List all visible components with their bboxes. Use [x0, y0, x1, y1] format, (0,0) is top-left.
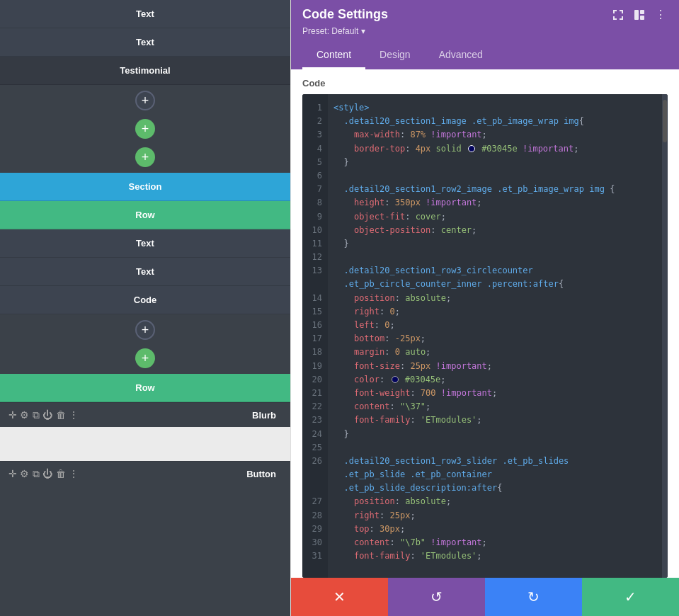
sidebar-item-code[interactable]: Code	[0, 286, 290, 314]
cancel-button[interactable]: ✕	[291, 578, 388, 616]
button-trash-icon[interactable]: 🗑	[56, 468, 66, 479]
sidebar-item-text-2[interactable]: Text	[0, 28, 290, 57]
preset-label: Preset: Default	[302, 26, 358, 36]
add-button-4[interactable]: +	[135, 320, 155, 340]
panel-title-row: Code Settings ⋮	[302, 7, 668, 22]
code-content[interactable]: <style> .detail20_section1_image .et_pb_…	[328, 94, 662, 578]
sidebar-item-label: Text	[136, 8, 154, 19]
button-power-icon[interactable]: ⏻	[42, 468, 52, 479]
scrollbar-track[interactable]	[662, 94, 668, 578]
sidebar-item-text-1[interactable]: Text	[0, 0, 290, 28]
sidebar-item-label: Text	[136, 37, 154, 47]
sidebar: Text Text Testimonial + + + Section Row …	[0, 0, 290, 616]
sidebar-item-label: Row	[135, 382, 154, 393]
svg-rect-2	[640, 16, 644, 20]
add-buttons-group: + + +	[0, 85, 290, 173]
add-button-2[interactable]: +	[135, 119, 155, 139]
sidebar-item-testimonial[interactable]: Testimonial	[0, 57, 290, 85]
svg-rect-0	[634, 10, 639, 20]
button-duplicate-icon[interactable]: ⧉	[33, 468, 40, 479]
tool-icons: ✛ ⚙ ⧉ ⏻ 🗑 ⋮	[8, 409, 79, 421]
code-editor[interactable]: 12345 678910 111213 14 1516171819 202122…	[302, 94, 668, 578]
blurb-tools: ✛ ⚙ ⧉ ⏻ 🗑 ⋮ Blurb	[0, 402, 290, 427]
sidebar-item-label: Code	[134, 295, 157, 305]
button-more-icon[interactable]: ⋮	[69, 468, 79, 479]
gear-icon[interactable]: ⚙	[20, 409, 29, 421]
scrollbar-thumb[interactable]	[663, 100, 667, 142]
power-icon[interactable]: ⏻	[42, 409, 52, 421]
button-tools: ✛ ⚙ ⧉ ⏻ 🗑 ⋮ Button	[0, 461, 290, 486]
preset-chevron-icon: ▾	[361, 26, 365, 36]
button-tool-icons: ✛ ⚙ ⧉ ⏻ 🗑 ⋮	[8, 467, 79, 480]
add-button-3[interactable]: +	[135, 147, 155, 167]
panel-footer: ✕ ↺ ↻ ✓	[291, 578, 679, 616]
sidebar-item-label: Text	[136, 266, 154, 277]
sidebar-item-row-1[interactable]: Row	[0, 201, 290, 229]
sidebar-item-text-4[interactable]: Text	[0, 258, 290, 286]
panel-title: Code Settings	[302, 7, 388, 22]
add-buttons-group-2: + +	[0, 314, 290, 374]
duplicate-icon[interactable]: ⧉	[33, 409, 40, 421]
tab-design[interactable]: Design	[365, 42, 425, 69]
redo-icon: ↻	[527, 588, 540, 605]
sidebar-item-label: Section	[129, 181, 162, 192]
trash-icon[interactable]: 🗑	[56, 409, 66, 421]
add-button-5[interactable]: +	[135, 348, 155, 368]
tab-content[interactable]: Content	[302, 42, 365, 69]
more-options-icon[interactable]: ⋮	[654, 8, 668, 22]
preset-row[interactable]: Preset: Default ▾	[302, 26, 668, 36]
move-icon[interactable]: ✛	[8, 409, 17, 421]
tab-advanced[interactable]: Advanced	[425, 42, 497, 69]
save-button[interactable]: ✓	[582, 578, 679, 616]
add-button-1[interactable]: +	[135, 91, 155, 110]
button-move-icon[interactable]: ✛	[8, 468, 17, 479]
more-icon[interactable]: ⋮	[69, 409, 79, 421]
svg-rect-1	[640, 10, 644, 14]
blurb-preview	[0, 427, 290, 461]
sidebar-item-row-2[interactable]: Row	[0, 374, 290, 402]
layout-icon[interactable]	[632, 8, 646, 22]
sidebar-item-label: Testimonial	[120, 65, 170, 76]
line-numbers: 12345 678910 111213 14 1516171819 202122…	[302, 94, 328, 578]
panel-body: Code 12345 678910 111213 14 1516171819 2…	[291, 69, 679, 578]
cancel-icon: ✕	[333, 588, 346, 605]
sidebar-item-text-3[interactable]: Text	[0, 229, 290, 258]
sidebar-item-label: Row	[135, 210, 154, 220]
reset-button[interactable]: ↺	[388, 578, 485, 616]
panel-header-icons: ⋮	[611, 8, 668, 22]
reset-icon: ↺	[430, 588, 443, 605]
tabs: Content Design Advanced	[302, 42, 668, 69]
button-label: Button	[246, 469, 282, 479]
button-gear-icon[interactable]: ⚙	[20, 468, 29, 479]
code-settings-panel: Code Settings ⋮ Preset: Defaul	[290, 0, 679, 616]
sidebar-item-section[interactable]: Section	[0, 173, 290, 201]
code-label: Code	[291, 69, 679, 94]
sidebar-item-label: Text	[136, 238, 154, 249]
panel-header: Code Settings ⋮ Preset: Defaul	[291, 0, 679, 69]
redo-button[interactable]: ↻	[485, 578, 582, 616]
save-icon: ✓	[624, 588, 637, 605]
fullscreen-icon[interactable]	[611, 8, 625, 22]
blurb-label: Blurb	[252, 410, 282, 421]
